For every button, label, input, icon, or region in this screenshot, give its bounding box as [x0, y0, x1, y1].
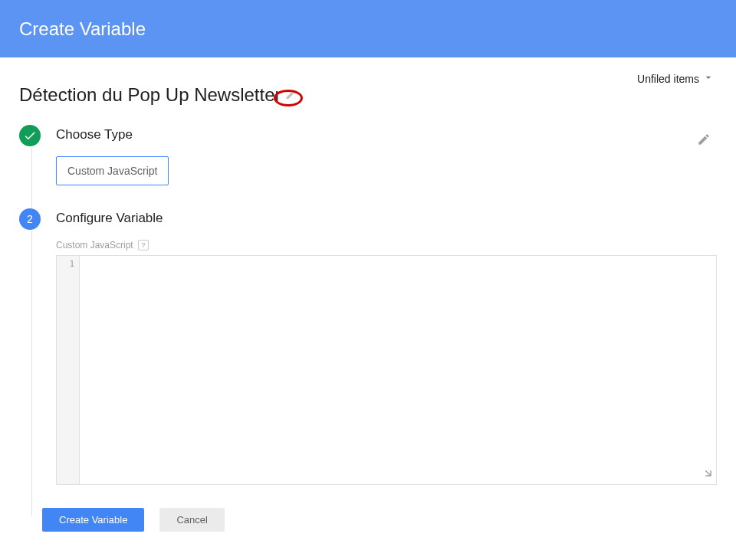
- svg-line-0: [705, 470, 711, 476]
- help-icon[interactable]: ?: [138, 240, 149, 251]
- variable-name-row: Détection du Pop Up Newsletter: [19, 84, 717, 106]
- step-content: Configure Variable Custom JavaScript ? 1: [56, 208, 717, 485]
- page-header: Create Variable: [0, 0, 736, 57]
- step-choose-type: Choose Type Custom JavaScript: [19, 125, 717, 185]
- create-variable-button[interactable]: Create Variable: [42, 508, 144, 532]
- code-textarea[interactable]: [80, 256, 716, 484]
- step-badge-done: [19, 125, 41, 146]
- variable-name: Détection du Pop Up Newsletter: [19, 84, 281, 106]
- field-label: Custom JavaScript: [56, 240, 133, 251]
- content-area: Unfiled items Détection du Pop Up Newsle…: [0, 57, 736, 547]
- page-title: Create Variable: [19, 18, 146, 40]
- line-number: 1: [61, 259, 74, 269]
- chevron-down-icon: [702, 71, 715, 86]
- folder-label: Unfiled items: [637, 73, 699, 85]
- step-title: Configure Variable: [56, 211, 717, 226]
- step-badge-active: 2: [19, 208, 41, 230]
- step-header-row: Choose Type: [56, 125, 717, 156]
- edit-name-button[interactable]: [285, 90, 296, 100]
- field-label-row: Custom JavaScript ?: [56, 240, 717, 251]
- resize-handle-icon[interactable]: [699, 464, 713, 481]
- footer-buttons: Create Variable Cancel: [42, 508, 717, 532]
- step-configure-variable: 2 Configure Variable Custom JavaScript ?…: [19, 208, 717, 485]
- line-number-gutter: 1: [57, 256, 80, 484]
- variable-type-chip[interactable]: Custom JavaScript: [56, 156, 169, 185]
- folder-dropdown[interactable]: Unfiled items: [637, 71, 715, 86]
- code-editor: 1: [56, 255, 717, 485]
- edit-step-button[interactable]: [697, 133, 711, 149]
- cancel-button[interactable]: Cancel: [159, 508, 224, 532]
- steps-container: Choose Type Custom JavaScript 2 Configur…: [19, 125, 717, 485]
- step-title: Choose Type: [56, 127, 133, 142]
- step-content: Choose Type Custom JavaScript: [56, 125, 717, 185]
